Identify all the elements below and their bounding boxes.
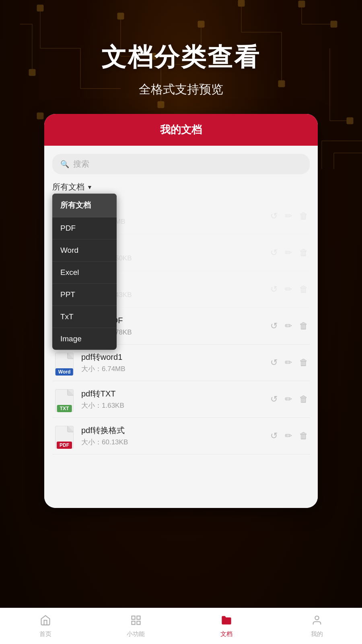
dropdown-item-word[interactable]: Word <box>52 239 117 262</box>
filter-arrow-icon[interactable]: ▼ <box>87 184 93 190</box>
nav-label-docs: 文档 <box>220 630 232 638</box>
search-placeholder-text: 搜索 <box>73 159 89 169</box>
file-icon-paper: Word <box>55 353 74 375</box>
file-info: pdf转TXT 大小：1.63KB <box>81 388 264 410</box>
file-icon: Word <box>54 350 75 375</box>
file-name: pdf转word1 <box>81 352 264 363</box>
delete-icon[interactable]: 🗑 <box>299 284 308 295</box>
edit-icon[interactable]: ✏ <box>285 211 292 221</box>
share-icon[interactable]: ↺ <box>270 357 278 368</box>
card-header-title: 我的文档 <box>52 123 310 137</box>
dropdown-item-excel[interactable]: Excel <box>52 262 117 284</box>
search-icon: 🔍 <box>60 160 69 169</box>
file-icon-paper: PDF <box>55 426 74 448</box>
file-item[interactable]: TXT pdf转TXT 大小：1.63KB ↺ ✏ 🗑 <box>52 381 310 418</box>
file-name: pdf转换格式 <box>81 425 264 436</box>
dropdown-item-image[interactable]: Image <box>52 328 117 350</box>
dropdown-item-pdf[interactable]: PDF <box>52 217 117 239</box>
nav-label-home: 首页 <box>39 630 51 638</box>
edit-icon[interactable]: ✏ <box>285 394 292 405</box>
nav-label-tools: 小功能 <box>127 630 145 638</box>
file-icon: PDF <box>54 423 75 448</box>
delete-icon[interactable]: 🗑 <box>299 357 308 368</box>
nav-item-tools[interactable]: 小功能 <box>90 608 181 644</box>
svg-rect-36 <box>132 621 135 624</box>
edit-icon[interactable]: ✏ <box>285 431 292 441</box>
dropdown-item-txt[interactable]: TxT <box>52 306 117 328</box>
svg-rect-35 <box>137 616 140 619</box>
person-icon <box>311 615 323 629</box>
edit-icon[interactable]: ✏ <box>285 248 292 258</box>
nav-label-profile: 我的 <box>311 630 323 638</box>
filter-row: 所有文档 ▼ 所有文档 PDF Word Excel PPT TxT Image <box>52 182 310 192</box>
file-actions: ↺ ✏ 🗑 <box>270 431 308 441</box>
main-card: 我的文档 🔍 搜索 所有文档 ▼ 所有文档 PDF Word Excel PPT… <box>44 114 318 508</box>
delete-icon[interactable]: 🗑 <box>299 248 308 258</box>
file-badge: TXT <box>57 405 72 412</box>
file-item[interactable]: PDF pdf转换格式 大小：60.13KB ↺ ✏ 🗑 <box>52 418 310 454</box>
file-actions: ↺ ✏ 🗑 <box>270 248 308 258</box>
file-actions: ↺ ✏ 🗑 <box>270 284 308 295</box>
share-icon[interactable]: ↺ <box>270 394 278 405</box>
delete-icon[interactable]: 🗑 <box>299 394 308 405</box>
file-info: pdf转word1 大小：6.74MB <box>81 352 264 374</box>
edit-icon[interactable]: ✏ <box>285 284 292 295</box>
svg-rect-29 <box>347 118 353 124</box>
svg-point-38 <box>315 616 319 619</box>
file-icon-paper: TXT <box>55 389 74 412</box>
file-actions: ↺ ✏ 🗑 <box>270 357 308 368</box>
share-icon[interactable]: ↺ <box>270 321 278 331</box>
file-badge: PDF <box>57 442 72 449</box>
share-icon[interactable]: ↺ <box>270 248 278 258</box>
grid-icon <box>130 615 142 629</box>
search-bar[interactable]: 🔍 搜索 <box>52 154 310 174</box>
header-subtitle: 全格式支持预览 <box>0 81 362 98</box>
nav-item-profile[interactable]: 我的 <box>272 608 362 644</box>
file-size: 大小：1.63KB <box>81 401 264 410</box>
header-section: 文档分类查看 全格式支持预览 <box>0 0 362 98</box>
share-icon[interactable]: ↺ <box>270 431 278 441</box>
delete-icon[interactable]: 🗑 <box>299 211 308 221</box>
file-size: 大小：60.13KB <box>81 438 264 447</box>
share-icon[interactable]: ↺ <box>270 284 278 295</box>
file-actions: ↺ ✏ 🗑 <box>270 394 308 405</box>
delete-icon[interactable]: 🗑 <box>299 431 308 441</box>
file-name: pdf转TXT <box>81 388 264 399</box>
file-icon: TXT <box>54 387 75 412</box>
header-title: 文档分类查看 <box>0 40 362 74</box>
svg-rect-37 <box>137 621 140 624</box>
home-icon <box>40 615 51 629</box>
bottom-nav: 首页 小功能 文档 我的 <box>0 608 362 644</box>
file-actions: ↺ ✏ 🗑 <box>270 211 308 221</box>
folder-icon <box>221 615 232 629</box>
filter-label: 所有文档 <box>52 182 84 192</box>
dropdown-menu: 所有文档 PDF Word Excel PPT TxT Image <box>52 194 117 350</box>
nav-item-home[interactable]: 首页 <box>0 608 90 644</box>
share-icon[interactable]: ↺ <box>270 211 278 221</box>
card-body: 🔍 搜索 所有文档 ▼ 所有文档 PDF Word Excel PPT TxT … <box>44 146 318 508</box>
card-header: 我的文档 <box>44 114 318 146</box>
file-badge: Word <box>56 368 73 376</box>
nav-item-docs[interactable]: 文档 <box>181 608 272 644</box>
dropdown-item-all[interactable]: 所有文档 <box>52 194 117 217</box>
file-info: pdf转换格式 大小：60.13KB <box>81 425 264 447</box>
edit-icon[interactable]: ✏ <box>285 357 292 368</box>
file-actions: ↺ ✏ 🗑 <box>270 321 308 331</box>
edit-icon[interactable]: ✏ <box>285 321 292 331</box>
svg-rect-4 <box>37 113 43 119</box>
file-item[interactable]: Word pdf转word1 大小：6.74MB ↺ ✏ 🗑 <box>52 345 310 381</box>
svg-rect-34 <box>132 616 135 619</box>
file-size: 大小：6.74MB <box>81 364 264 374</box>
delete-icon[interactable]: 🗑 <box>299 321 308 331</box>
dropdown-item-ppt[interactable]: PPT <box>52 284 117 306</box>
